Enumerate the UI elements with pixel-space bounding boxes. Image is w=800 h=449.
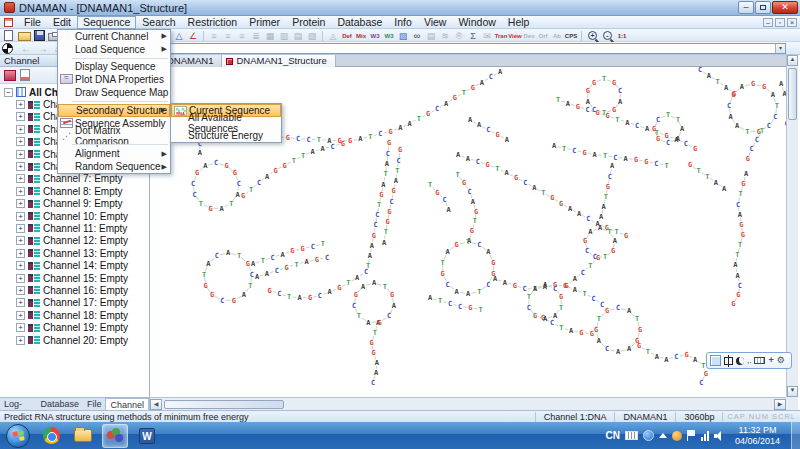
menu-item-display-sequence[interactable]: Display Sequence: [58, 61, 170, 74]
expand-icon[interactable]: +: [16, 286, 25, 295]
tree-row-channel[interactable]: +Channel 17: Empty: [0, 297, 149, 309]
tray-app-icon[interactable]: [643, 430, 654, 441]
expand-icon[interactable]: +: [16, 224, 25, 233]
shade-icon[interactable]: ▧: [305, 30, 319, 42]
ime-fullwidth-icon[interactable]: [736, 357, 744, 365]
align-left-icon[interactable]: ≡: [207, 30, 221, 42]
menu-item-plot-dna-properties[interactable]: Plot DNA Properties: [58, 73, 170, 86]
horizontal-scroll-thumb[interactable]: [164, 400, 284, 409]
expand-icon[interactable]: +: [16, 249, 25, 258]
load-channel-icon[interactable]: [4, 70, 16, 81]
enzyme-icon[interactable]: ≋: [438, 30, 452, 42]
scroll-right-icon[interactable]: ▶: [774, 399, 786, 410]
menu-item-dot-matrix-comparison[interactable]: ⋰Dot Matrix Comparison: [58, 130, 170, 143]
tray-keyboard-icon[interactable]: [625, 431, 638, 440]
menu-item-view[interactable]: View: [418, 16, 453, 29]
taskbar-chrome-button[interactable]: [38, 424, 64, 448]
menu-item-restriction[interactable]: Restriction: [182, 16, 244, 29]
tree-row-channel[interactable]: +Channel 20: Empty: [0, 334, 149, 346]
expand-icon[interactable]: +: [16, 100, 25, 109]
menu-item-primer[interactable]: Primer: [243, 16, 286, 29]
tree-row-channel[interactable]: +Channel 7: Empty: [0, 173, 149, 185]
save-icon[interactable]: [34, 30, 45, 41]
table-grid-icon[interactable]: ▦: [263, 30, 277, 42]
show-desktop-button[interactable]: [791, 422, 800, 449]
expand-icon[interactable]: +: [16, 150, 25, 159]
language-indicator[interactable]: CN: [606, 430, 620, 441]
expand-icon[interactable]: +: [16, 336, 25, 345]
stamp2-icon[interactable]: W3: [382, 30, 396, 42]
memo-icon[interactable]: ▤: [424, 30, 438, 42]
expand-icon[interactable]: +: [16, 125, 25, 134]
combobox-dropdown-icon[interactable]: ▾: [775, 44, 785, 53]
menu-item-window[interactable]: Window: [452, 16, 501, 29]
tray-update-icon[interactable]: [672, 431, 682, 441]
back-icon[interactable]: ←: [21, 43, 31, 54]
submenu-item-all-available-sequences[interactable]: All Available Sequences: [171, 117, 281, 130]
horizontal-scrollbar[interactable]: ◀ ▶: [150, 397, 786, 410]
mdi-restore-button[interactable]: ▫: [775, 18, 785, 27]
analyze-icon[interactable]: ◬: [326, 30, 340, 42]
submenu-item-structure-energy[interactable]: Structure Energy: [171, 130, 281, 143]
menu-item-random-sequence[interactable]: Random Sequence▶: [58, 160, 170, 173]
def-icon[interactable]: Def: [340, 30, 354, 42]
tree-row-channel[interactable]: +Channel 15: Empty: [0, 272, 149, 284]
tran-view-icon[interactable]: View: [508, 30, 522, 42]
registered-icon[interactable]: ®: [452, 30, 466, 42]
menu-item-database[interactable]: Database: [331, 16, 388, 29]
new-document-icon[interactable]: [4, 30, 13, 41]
expand-icon[interactable]: +: [16, 199, 25, 208]
envelope-icon[interactable]: ✉: [480, 30, 494, 42]
expand-icon[interactable]: +: [16, 298, 25, 307]
menu-item-sequence[interactable]: Sequence: [77, 16, 136, 29]
zoom-out-icon[interactable]: -: [603, 31, 612, 40]
rows-icon[interactable]: ▤: [291, 30, 305, 42]
expand-icon[interactable]: +: [16, 174, 25, 183]
scroll-left-icon[interactable]: ◀: [150, 399, 162, 410]
mdi-close-button[interactable]: ×: [787, 18, 797, 27]
abc-icon[interactable]: Ab: [550, 30, 564, 42]
taskbar-word-button[interactable]: W: [134, 424, 160, 448]
expand-icon[interactable]: +: [16, 236, 25, 245]
menu-item-help[interactable]: Help: [502, 16, 536, 29]
vertical-scroll-thumb[interactable]: [788, 68, 797, 120]
taskbar-dnaman-button[interactable]: [102, 424, 128, 448]
tree-row-channel[interactable]: +Channel 8: Empty: [0, 185, 149, 197]
menu-item-alignment[interactable]: Alignment▶: [58, 147, 170, 160]
expand-icon[interactable]: +: [16, 311, 25, 320]
menu-item-draw-sequence-map[interactable]: Draw Sequence Map: [58, 86, 170, 99]
vertical-scrollbar[interactable]: ▲ ▼: [786, 55, 798, 397]
menu-item-secondary-structure[interactable]: Secondary Structure▶: [58, 104, 170, 117]
tree-row-channel[interactable]: +Channel 9: Empty: [0, 198, 149, 210]
action-center-icon[interactable]: [687, 430, 696, 441]
forward-icon[interactable]: →: [38, 43, 48, 54]
expand-icon[interactable]: +: [16, 137, 25, 146]
zoom-in-icon[interactable]: +: [588, 31, 597, 40]
shape-triangle-icon[interactable]: △: [172, 30, 186, 42]
volume-icon[interactable]: [714, 431, 724, 441]
expand-icon[interactable]: +: [16, 212, 25, 221]
expand-icon[interactable]: +: [16, 261, 25, 270]
tree-row-channel[interactable]: +Channel 18: Empty: [0, 309, 149, 321]
columns-icon[interactable]: ▥: [277, 30, 291, 42]
expand-icon[interactable]: +: [16, 162, 25, 171]
minimize-button[interactable]: –: [738, 1, 754, 14]
stamp1-icon[interactable]: W3: [368, 30, 382, 42]
cps-icon[interactable]: CPS: [564, 30, 578, 42]
sidebar-tab-log-cmd[interactable]: Log-cmd: [0, 398, 36, 410]
ime-settings-icon[interactable]: ⚙: [777, 353, 785, 368]
tree-row-channel[interactable]: +Channel 19: Empty: [0, 321, 149, 333]
dev-tran-icon[interactable]: Dev: [522, 30, 536, 42]
mdi-minimize-button[interactable]: –: [763, 18, 773, 27]
sidebar-tab-file[interactable]: File: [83, 398, 106, 410]
ime-keyboard-icon[interactable]: [754, 357, 765, 364]
expand-icon[interactable]: +: [16, 274, 25, 283]
menu-item-current-channel[interactable]: Current Channel▶: [58, 30, 170, 43]
tree-row-channel[interactable]: +Channel 16: Empty: [0, 284, 149, 296]
network-icon[interactable]: [701, 431, 709, 441]
menu-item-edit[interactable]: Edit: [47, 16, 77, 29]
tree-row-channel[interactable]: +Channel 13: Empty: [0, 247, 149, 259]
tree-row-channel[interactable]: +Channel 11: Empty: [0, 222, 149, 234]
taskbar-explorer-button[interactable]: [70, 424, 96, 448]
collapse-icon[interactable]: −: [4, 88, 13, 97]
